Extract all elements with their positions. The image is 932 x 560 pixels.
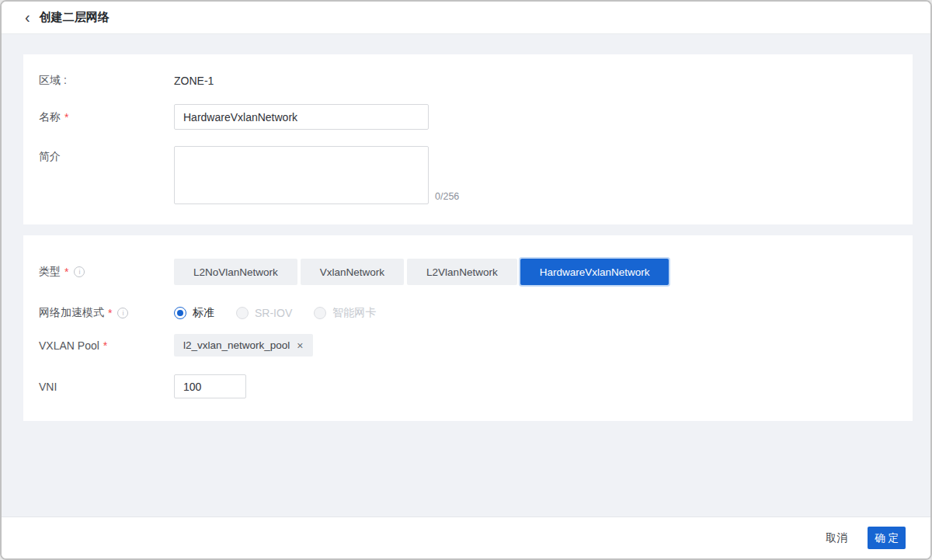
name-input[interactable]: [174, 104, 429, 130]
vni-label: VNI: [39, 381, 174, 393]
vxlan-pool-tag: l2_vxlan_network_pool ×: [174, 334, 313, 357]
required-mark: *: [64, 266, 68, 278]
description-textarea[interactable]: [174, 146, 429, 204]
char-counter: 0/256: [435, 191, 459, 202]
vxlan-pool-label: VXLAN Pool*: [39, 339, 174, 352]
type-option-l2vlannetwork[interactable]: L2VlanNetwork: [407, 259, 517, 285]
name-row: 名称*: [39, 104, 897, 130]
radio-sriov: SR-IOV: [236, 307, 292, 319]
info-icon[interactable]: i: [117, 308, 128, 318]
radio-disabled-icon: [314, 307, 326, 319]
zone-label: 区域 :: [39, 74, 174, 88]
description-row: 简介 0/256: [39, 146, 897, 204]
type-option-vxlannetwork[interactable]: VxlanNetwork: [301, 259, 404, 285]
description-label: 简介: [39, 150, 174, 164]
back-icon[interactable]: ‹: [25, 9, 30, 25]
create-l2-network-page: ‹ 创建二层网络 区域 : ZONE-1 名称* 简介 0/256: [0, 0, 932, 560]
type-label: 类型*i: [39, 265, 174, 279]
basic-info-card: 区域 : ZONE-1 名称* 简介 0/256: [23, 54, 913, 224]
required-mark: *: [103, 339, 107, 352]
vxlan-pool-tag-label: l2_vxlan_network_pool: [183, 339, 290, 351]
required-mark: *: [64, 111, 68, 123]
type-option-hardwarevxlannetwork[interactable]: HardwareVxlanNetwork: [520, 259, 669, 285]
name-label: 名称*: [39, 110, 174, 124]
radio-standard-label: 标准: [193, 306, 214, 320]
type-label-text: 类型: [39, 265, 61, 279]
vxlan-pool-label-text: VXLAN Pool: [39, 339, 99, 352]
acceleration-label: 网络加速模式*i: [39, 306, 174, 320]
vni-input[interactable]: [174, 374, 246, 398]
page-header: ‹ 创建二层网络: [2, 2, 930, 34]
radio-sriov-label: SR-IOV: [255, 307, 292, 319]
info-icon[interactable]: i: [74, 266, 85, 277]
ok-button[interactable]: 确 定: [868, 527, 906, 549]
cancel-button[interactable]: 取消: [826, 531, 847, 545]
zone-row: 区域 : ZONE-1: [39, 74, 897, 88]
tag-remove-icon[interactable]: ×: [297, 340, 303, 351]
radio-smartnic: 智能网卡: [314, 306, 376, 320]
radio-standard[interactable]: 标准: [174, 306, 214, 320]
required-mark: *: [108, 307, 112, 319]
type-option-l2novlannetwork[interactable]: L2NoVlanNetwork: [174, 259, 297, 285]
zone-value: ZONE-1: [174, 75, 214, 87]
acceleration-row: 网络加速模式*i 标准 SR-IOV 智能网卡: [39, 306, 897, 320]
name-label-text: 名称: [39, 110, 61, 124]
page-title: 创建二层网络: [40, 10, 110, 25]
page-footer: 取消 确 定: [2, 517, 930, 558]
type-row: 类型*i L2NoVlanNetwork VxlanNetwork L2Vlan…: [39, 259, 897, 285]
vni-row: VNI: [39, 374, 897, 398]
acceleration-label-text: 网络加速模式: [39, 306, 104, 320]
radio-selected-icon: [174, 307, 186, 319]
network-config-card: 类型*i L2NoVlanNetwork VxlanNetwork L2Vlan…: [23, 235, 913, 421]
radio-disabled-icon: [236, 307, 249, 319]
radio-smartnic-label: 智能网卡: [332, 306, 376, 320]
vxlan-pool-row: VXLAN Pool* l2_vxlan_network_pool ×: [39, 334, 897, 357]
form-body: 区域 : ZONE-1 名称* 简介 0/256 类型*i L2NoV: [2, 34, 930, 517]
